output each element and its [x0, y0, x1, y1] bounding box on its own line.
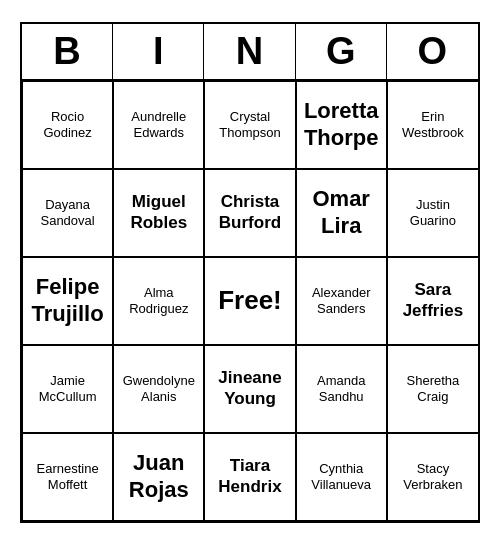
cell-text-small: Alma Rodriguez	[118, 285, 199, 316]
bingo-cell: Sara Jeffries	[387, 257, 478, 345]
bingo-cell: Crystal Thompson	[204, 81, 295, 169]
bingo-cell: Jineane Young	[204, 345, 295, 433]
bingo-cell: Juan Rojas	[113, 433, 204, 521]
bingo-cell: Loretta Thorpe	[296, 81, 387, 169]
cell-text-medium: Sara Jeffries	[392, 280, 474, 321]
bingo-cell: Aundrelle Edwards	[113, 81, 204, 169]
bingo-cell: Justin Guarino	[387, 169, 478, 257]
cell-text-large: Loretta Thorpe	[301, 98, 382, 151]
bingo-cell: Amanda Sandhu	[296, 345, 387, 433]
cell-text-small: Amanda Sandhu	[301, 373, 382, 404]
bingo-cell: Felipe Trujillo	[22, 257, 113, 345]
bingo-cell: Sheretha Craig	[387, 345, 478, 433]
cell-text-small: Dayana Sandoval	[27, 197, 108, 228]
header-letter: O	[387, 24, 478, 79]
bingo-cell: Jamie McCullum	[22, 345, 113, 433]
bingo-header: BINGO	[22, 24, 478, 81]
bingo-cell: Alexander Sanders	[296, 257, 387, 345]
header-letter: N	[204, 24, 295, 79]
cell-text-medium: Jineane Young	[209, 368, 290, 409]
cell-text-small: Cynthia Villanueva	[301, 461, 382, 492]
cell-text-small: Erin Westbrook	[392, 109, 474, 140]
bingo-cell: Rocio Godinez	[22, 81, 113, 169]
bingo-cell: Free!	[204, 257, 295, 345]
bingo-cell: Christa Burford	[204, 169, 295, 257]
bingo-cell: Cynthia Villanueva	[296, 433, 387, 521]
bingo-cell: Dayana Sandoval	[22, 169, 113, 257]
bingo-cell: Omar Lira	[296, 169, 387, 257]
bingo-cell: Alma Rodriguez	[113, 257, 204, 345]
cell-text-large: Juan Rojas	[118, 450, 199, 503]
cell-text-medium: Miguel Robles	[118, 192, 199, 233]
bingo-cell: Stacy Verbraken	[387, 433, 478, 521]
cell-text-small: Gwendolyne Alanis	[118, 373, 199, 404]
header-letter: B	[22, 24, 113, 79]
header-letter: I	[113, 24, 204, 79]
free-cell-text: Free!	[218, 285, 282, 316]
cell-text-large: Omar Lira	[301, 186, 382, 239]
cell-text-small: Jamie McCullum	[27, 373, 108, 404]
cell-text-small: Aundrelle Edwards	[118, 109, 199, 140]
bingo-cell: Earnestine Moffett	[22, 433, 113, 521]
cell-text-small: Rocio Godinez	[27, 109, 108, 140]
bingo-cell: Miguel Robles	[113, 169, 204, 257]
cell-text-small: Alexander Sanders	[301, 285, 382, 316]
bingo-card: BINGO Rocio GodinezAundrelle EdwardsCrys…	[20, 22, 480, 523]
bingo-cell: Erin Westbrook	[387, 81, 478, 169]
cell-text-small: Sheretha Craig	[392, 373, 474, 404]
cell-text-medium: Christa Burford	[209, 192, 290, 233]
cell-text-small: Justin Guarino	[392, 197, 474, 228]
bingo-cell: Gwendolyne Alanis	[113, 345, 204, 433]
bingo-grid: Rocio GodinezAundrelle EdwardsCrystal Th…	[22, 81, 478, 521]
cell-text-large: Felipe Trujillo	[27, 274, 108, 327]
cell-text-small: Stacy Verbraken	[392, 461, 474, 492]
cell-text-medium: Tiara Hendrix	[209, 456, 290, 497]
cell-text-small: Earnestine Moffett	[27, 461, 108, 492]
header-letter: G	[296, 24, 387, 79]
cell-text-small: Crystal Thompson	[209, 109, 290, 140]
bingo-cell: Tiara Hendrix	[204, 433, 295, 521]
